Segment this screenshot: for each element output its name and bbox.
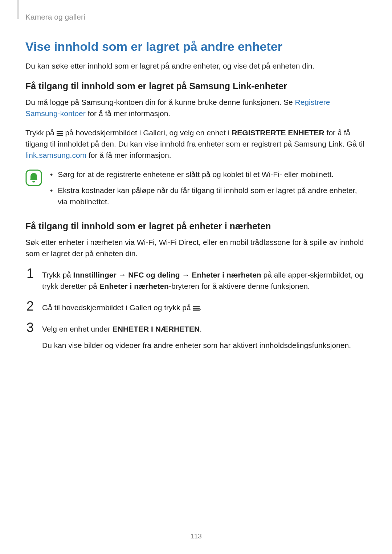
svg-rect-2 bbox=[57, 135, 63, 136]
text-bold: REGISTRERTE ENHETER bbox=[232, 128, 324, 137]
menu-icon bbox=[57, 128, 63, 137]
text: . bbox=[200, 303, 202, 312]
text-bold: ENHETER I NÆRHETEN bbox=[113, 325, 200, 333]
text-bold: Innstillinger bbox=[73, 271, 117, 279]
step-body: Velg en enhet under ENHETER I NÆRHETEN. … bbox=[42, 321, 367, 351]
text: → bbox=[180, 271, 192, 279]
text: → bbox=[117, 271, 128, 279]
text: -bryteren for å aktivere denne funksjone… bbox=[169, 282, 310, 290]
page-number: 113 bbox=[0, 532, 392, 540]
text: . bbox=[200, 325, 202, 333]
sec1-p2: Trykk på på hovedskjermbildet i Galleri,… bbox=[25, 127, 367, 161]
note-list: • Sørg for at de registrerte enhetene er… bbox=[50, 169, 367, 211]
text: Gå til hovedskjermbildet i Galleri og tr… bbox=[42, 303, 193, 312]
bullet-text: Sørg for at de registrerte enhetene er s… bbox=[58, 169, 334, 180]
text-bold: NFC og deling bbox=[128, 271, 180, 279]
text-bold: Enheter i nærheten bbox=[99, 282, 169, 290]
step-body: Gå til hovedskjermbildet i Galleri og tr… bbox=[42, 300, 367, 313]
bullet-dot: • bbox=[50, 185, 53, 207]
text: Du må logge på Samsung-kontoen din for å… bbox=[25, 98, 295, 106]
step-number: 1 bbox=[25, 267, 35, 292]
step-sub-paragraph: Du kan vise bilder og videoer fra andre … bbox=[42, 340, 367, 351]
list-item: • Ekstra kostnader kan påløpe når du får… bbox=[50, 185, 367, 207]
svg-rect-5 bbox=[193, 308, 200, 309]
list-item: 2 Gå til hovedskjermbildet i Galleri og … bbox=[25, 300, 367, 313]
step-number: 3 bbox=[25, 321, 35, 351]
menu-icon bbox=[193, 303, 200, 312]
text: Trykk på bbox=[25, 128, 57, 137]
link-samsung-com[interactable]: link.samsung.com bbox=[25, 151, 86, 159]
svg-rect-6 bbox=[193, 309, 200, 311]
step-body: Trykk på Innstillinger → NFC og deling →… bbox=[42, 267, 367, 292]
bell-icon bbox=[25, 169, 42, 211]
text: for å få mer informasjon. bbox=[86, 109, 170, 118]
running-header: Kamera og galleri bbox=[25, 13, 367, 21]
svg-rect-1 bbox=[57, 133, 63, 134]
bullet-dot: • bbox=[50, 169, 53, 180]
section-heading-nearby-devices: Få tilgang til innhold som er lagret på … bbox=[25, 221, 367, 231]
svg-rect-0 bbox=[57, 131, 63, 132]
note-block: • Sørg for at de registrerte enhetene er… bbox=[25, 169, 367, 211]
sec1-p1: Du må logge på Samsung-kontoen din for å… bbox=[25, 97, 367, 119]
step-number: 2 bbox=[25, 300, 35, 313]
numbered-list: 1 Trykk på Innstillinger → NFC og deling… bbox=[25, 267, 367, 351]
document-page: Kamera og galleri Vise innhold som er la… bbox=[0, 0, 392, 554]
svg-rect-4 bbox=[193, 306, 200, 307]
list-item: • Sørg for at de registrerte enhetene er… bbox=[50, 169, 367, 180]
section-heading-samsung-link: Få tilgang til innhold som er lagret på … bbox=[25, 81, 367, 91]
list-item: 1 Trykk på Innstillinger → NFC og deling… bbox=[25, 267, 367, 292]
list-item: 3 Velg en enhet under ENHETER I NÆRHETEN… bbox=[25, 321, 367, 351]
bullet-text: Ekstra kostnader kan påløpe når du får t… bbox=[58, 185, 367, 207]
page-tab-marker bbox=[17, 0, 19, 19]
text: på hovedskjermbildet i Galleri, og velg … bbox=[63, 128, 232, 137]
sec2-intro: Søk etter enheter i nærheten via Wi-Fi, … bbox=[25, 237, 367, 259]
text-bold: Enheter i nærheten bbox=[192, 271, 261, 279]
text: Velg en enhet under bbox=[42, 325, 113, 333]
text: for å få mer informasjon. bbox=[86, 151, 171, 159]
main-heading: Vise innhold som er lagret på andre enhe… bbox=[25, 40, 367, 54]
text: Trykk på bbox=[42, 271, 73, 279]
intro-paragraph: Du kan søke etter innhold som er lagret … bbox=[25, 60, 367, 71]
